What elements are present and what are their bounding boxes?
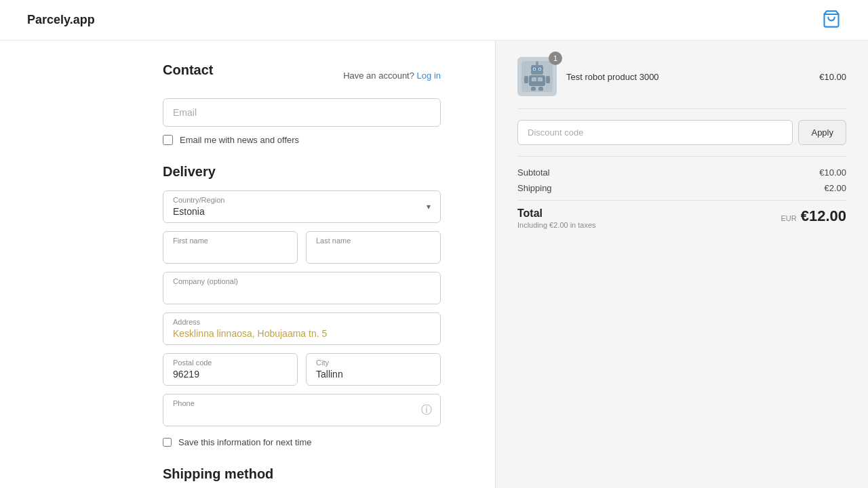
first-name-wrap: First name: [163, 231, 298, 264]
email-input[interactable]: [163, 98, 441, 127]
save-info-checkbox[interactable]: [163, 438, 172, 447]
save-info-row: Save this information for next time: [163, 437, 441, 447]
top-bar: Parcely.app: [0, 0, 868, 41]
delivery-section: Delivery Country/Region Estonia ▾ First …: [163, 164, 441, 447]
country-select-wrap: Country/Region Estonia ▾: [163, 190, 441, 223]
product-name: Test robot product 3000: [566, 72, 810, 82]
city-wrap: City: [306, 353, 441, 386]
postal-city-row: Postal code City: [163, 353, 441, 386]
right-panel: 1 Test robot product 3000 €10.00 Apply S…: [495, 41, 868, 488]
subtotal-value: €10.00: [819, 167, 846, 178]
shipping-row: Shipping €2.00: [517, 183, 846, 193]
totals-section: Subtotal €10.00 Shipping €2.00 Total Inc…: [517, 167, 846, 229]
total-row: Total Including €2.00 in taxes EUR €12.0…: [517, 200, 846, 229]
svg-point-8: [536, 61, 538, 64]
help-icon[interactable]: ⓘ: [421, 403, 432, 418]
login-link[interactable]: Log in: [417, 70, 441, 81]
shipping-value: €2.00: [824, 183, 846, 193]
main-layout: Contact Have an account? Log in Email me…: [0, 41, 868, 488]
shipping-label: Shipping: [517, 183, 552, 193]
name-row: First name Last name: [163, 231, 441, 264]
newsletter-checkbox[interactable]: [163, 135, 173, 145]
phone-wrap: Phone ⓘ: [163, 394, 441, 426]
product-image-wrap: 1: [517, 57, 557, 96]
discount-input[interactable]: [517, 120, 793, 145]
newsletter-label: Email me with news and offers: [180, 135, 299, 145]
newsletter-row: Email me with news and offers: [163, 135, 441, 145]
last-name-input[interactable]: [307, 232, 440, 263]
svg-rect-10: [532, 77, 536, 81]
svg-rect-13: [538, 87, 543, 91]
svg-point-6: [539, 68, 541, 70]
subtotal-row: Subtotal €10.00: [517, 167, 846, 178]
svg-rect-14: [524, 76, 528, 83]
total-currency: EUR: [781, 214, 796, 222]
product-robot-svg: [521, 61, 553, 92]
contact-title: Contact: [163, 62, 213, 78]
phone-input[interactable]: [163, 394, 440, 426]
cart-button[interactable]: [822, 9, 841, 30]
company-input[interactable]: [163, 272, 440, 304]
svg-rect-2: [531, 65, 543, 75]
product-quantity-badge: 1: [549, 52, 562, 65]
svg-point-5: [534, 68, 536, 70]
svg-rect-11: [538, 77, 542, 81]
discount-row: Apply: [517, 120, 846, 157]
address-input[interactable]: [163, 313, 440, 344]
city-input[interactable]: [307, 354, 440, 385]
last-name-wrap: Last name: [306, 231, 441, 264]
product-price: €10.00: [819, 72, 846, 82]
svg-rect-12: [531, 87, 536, 91]
country-select[interactable]: Estonia: [163, 191, 440, 222]
product-row: 1 Test robot product 3000 €10.00: [517, 57, 846, 109]
apply-button[interactable]: Apply: [798, 120, 846, 145]
company-wrap: Company (optional): [163, 272, 441, 304]
first-name-input[interactable]: [163, 232, 297, 263]
postal-code-wrap: Postal code: [163, 353, 298, 386]
total-label: Total: [517, 207, 596, 220]
address-wrap: Address: [163, 312, 441, 345]
subtotal-label: Subtotal: [517, 167, 550, 178]
shipping-section: Shipping method Omniva parcel lockers €2…: [163, 466, 441, 488]
delivery-title: Delivery: [163, 164, 441, 180]
save-info-label: Save this information for next time: [178, 437, 312, 447]
svg-rect-9: [529, 75, 545, 86]
logo: Parcely.app: [27, 13, 95, 27]
total-amount: €12.00: [801, 207, 846, 225]
contact-header: Contact Have an account? Log in: [163, 62, 441, 89]
postal-code-input[interactable]: [163, 354, 297, 385]
contact-login-text: Have an account? Log in: [343, 70, 441, 81]
shipping-title: Shipping method: [163, 466, 441, 482]
tax-note: Including €2.00 in taxes: [517, 221, 596, 229]
left-panel: Contact Have an account? Log in Email me…: [0, 41, 495, 488]
svg-rect-15: [546, 76, 550, 83]
